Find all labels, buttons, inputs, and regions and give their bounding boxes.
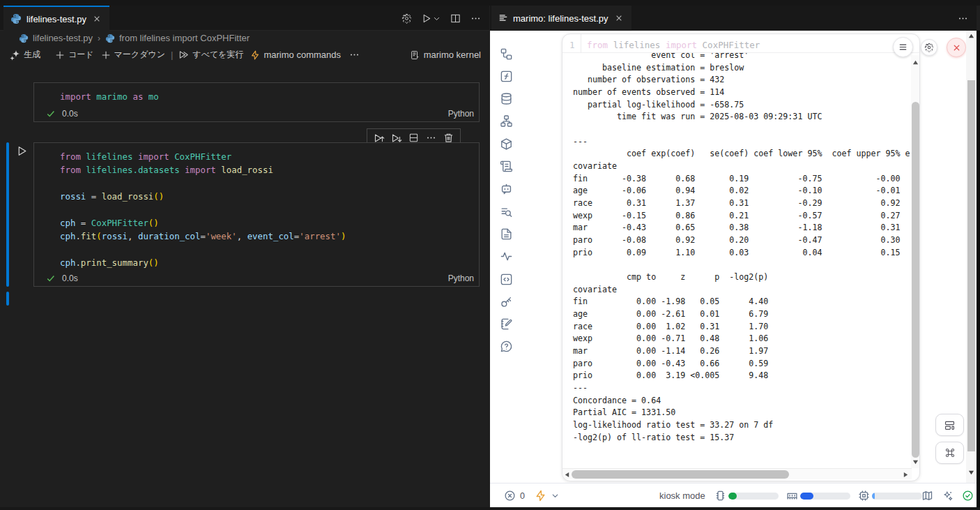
run-menu[interactable] <box>421 13 441 24</box>
run-cell-button[interactable] <box>16 145 28 157</box>
sidebar-file-tree-icon[interactable] <box>500 47 513 61</box>
cell-1-code[interactable]: import marimo as mo <box>60 90 159 103</box>
marimo-tab-icon <box>498 13 508 23</box>
ram-icon <box>786 490 798 502</box>
sidebar-scroll-text-icon[interactable] <box>500 160 513 173</box>
lightning-icon <box>250 50 260 60</box>
map-icon[interactable] <box>921 490 933 502</box>
gear-icon[interactable] <box>401 13 412 24</box>
breadcrumb-separator: › <box>97 33 101 43</box>
sidebar-activity-icon[interactable] <box>500 250 513 263</box>
sparkles-ai-icon[interactable] <box>942 490 954 502</box>
breadcrumb: lifelines-test.py › from lifelines impor… <box>0 31 489 45</box>
ram-meter <box>786 490 850 502</box>
sidebar-notebook-pen-icon[interactable] <box>500 317 513 331</box>
tab-marimo-preview[interactable]: marimo: lifelines-test.py <box>491 6 631 31</box>
left-tab-bar: lifelines-test.py <box>0 6 489 31</box>
plus-icon <box>101 50 111 60</box>
scrollbar-thumb[interactable] <box>572 470 789 479</box>
generate-button[interactable]: 生成 <box>6 47 44 63</box>
chip-usage-bar <box>728 493 779 500</box>
error-count: 0 <box>520 491 525 501</box>
right-editor-actions <box>957 6 968 31</box>
more-actions-icon[interactable] <box>470 13 481 24</box>
marimo-commands-button[interactable]: marimo commands <box>247 47 344 63</box>
tab-close-icon[interactable] <box>91 13 102 24</box>
scroll-down-arrow[interactable] <box>967 468 976 477</box>
coxph-summary-output: event col = 'arrest' baseline estimation… <box>573 53 910 444</box>
window-bottom-strip <box>0 507 980 510</box>
more-actions-icon[interactable] <box>957 13 968 24</box>
marimo-cell-code: from lifelines import CoxPHFitter <box>587 40 760 50</box>
sidebar-key-icon[interactable] <box>500 295 513 308</box>
scrollbar-thumb[interactable] <box>967 80 975 451</box>
run-all-button[interactable]: すべてを実行 <box>175 47 247 63</box>
scroll-up-arrow[interactable] <box>967 31 976 40</box>
cpu-icon <box>858 490 870 502</box>
cell-2-exec-time: 0.0s <box>62 273 78 283</box>
output-vertical-scrollbar[interactable] <box>911 55 920 468</box>
marimo-webview: 1 from lifelines import CoxPHFitter even… <box>490 31 977 507</box>
connection-status-icon[interactable] <box>962 490 974 502</box>
chevron-down-icon[interactable] <box>551 490 560 502</box>
shutdown-button[interactable] <box>947 38 966 57</box>
cell-focus-indicator <box>6 142 9 287</box>
add-markdown-cell-button[interactable]: マークダウン <box>98 47 169 63</box>
layout-select-button[interactable] <box>935 414 964 436</box>
add-code-cell-button[interactable]: コード <box>52 47 98 63</box>
footer-left-cluster: 0 <box>504 483 560 507</box>
scrollbar-thumb[interactable] <box>912 102 919 458</box>
errors-icon[interactable] <box>504 490 516 502</box>
vscode-window: lifelines-test.py <box>0 0 980 510</box>
marimo-cell-output[interactable]: event col = 'arrest' baseline estimation… <box>562 53 910 470</box>
tab-title: marimo: lifelines-test.py <box>513 13 608 24</box>
notebook-menu-button[interactable] <box>893 37 913 57</box>
runtime-zap-icon[interactable] <box>535 490 546 502</box>
notebook-cell-1[interactable]: import marimo as mo 0.0s Python <box>33 82 480 122</box>
run-all-icon <box>178 50 189 60</box>
output-horizontal-scrollbar[interactable] <box>562 468 912 479</box>
cell-2-language[interactable]: Python <box>448 273 474 283</box>
toolbar-more-icon[interactable] <box>346 47 363 63</box>
cell-1-language[interactable]: Python <box>448 109 474 119</box>
kernel-picker[interactable]: marimo kernel <box>410 45 481 65</box>
tab-title: lifelines-test.py <box>26 14 86 24</box>
keyboard-shortcuts-button[interactable] <box>935 442 964 464</box>
success-check-icon <box>46 273 56 283</box>
line-number: 1 <box>569 40 576 50</box>
sidebar-function-square-icon[interactable] <box>500 70 513 83</box>
chip-usage-fill <box>728 493 737 500</box>
sidebar-bot-chat-icon[interactable] <box>500 182 513 195</box>
window-right-edge <box>977 31 980 510</box>
settings-button[interactable] <box>921 39 937 56</box>
scroll-left-arrow[interactable] <box>562 470 572 479</box>
ram-usage-fill <box>800 493 813 500</box>
cpu-usage-bar <box>872 493 922 500</box>
sidebar-file-text-icon[interactable] <box>500 227 513 241</box>
marimo-footer: 0 kiosk mode <box>490 483 977 507</box>
breadcrumb-symbol[interactable]: from lifelines import CoxPHFitter <box>105 33 250 43</box>
cpu-usage-fill <box>872 493 875 500</box>
scroll-right-arrow[interactable] <box>901 470 910 479</box>
marimo-cell-editor[interactable]: 1 from lifelines import CoxPHFitter <box>562 34 919 53</box>
sidebar-help-circle-icon[interactable] <box>500 340 513 353</box>
scroll-down-arrow[interactable] <box>911 458 920 466</box>
notebook-cell-2[interactable]: from lifelines import CoxPHFitterfrom li… <box>33 142 480 287</box>
footer-right-cluster <box>921 483 974 507</box>
sidebar-code-square-icon[interactable] <box>500 273 513 286</box>
sidebar-database-icon[interactable] <box>500 92 513 105</box>
tab-close-icon[interactable] <box>613 13 625 24</box>
cell-2-code[interactable]: from lifelines import CoxPHFitterfrom li… <box>60 150 346 269</box>
window-top-strip <box>0 0 980 6</box>
sidebar-network-icon[interactable] <box>500 114 513 128</box>
cell-focus-indicator-below <box>6 292 9 306</box>
page-scrollbar[interactable] <box>966 31 977 483</box>
breadcrumb-file[interactable]: lifelines-test.py <box>19 33 93 43</box>
split-editor-icon[interactable] <box>450 13 461 24</box>
tab-lifelines-test[interactable]: lifelines-test.py <box>3 6 109 31</box>
scroll-up-arrow[interactable] <box>911 58 920 66</box>
sidebar-package-icon[interactable] <box>500 137 513 151</box>
python-file-icon <box>10 13 22 24</box>
sidebar-list-search-icon[interactable] <box>500 205 513 218</box>
marimo-cell-card: 1 from lifelines import CoxPHFitter even… <box>562 33 920 481</box>
